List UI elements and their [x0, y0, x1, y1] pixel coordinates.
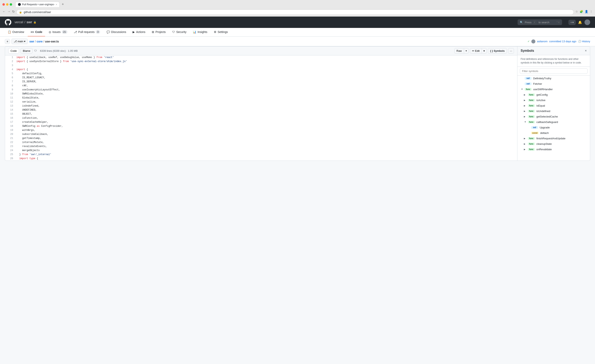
- committer-name[interactable]: asilanom: [537, 40, 547, 43]
- line-number[interactable]: 21: [5, 136, 16, 140]
- edit-dropdown-button[interactable]: ▾: [482, 48, 487, 54]
- nav-item-pull-requests[interactable]: ⎇ Pull requests 3: [71, 28, 103, 36]
- line-number[interactable]: 26: [5, 157, 16, 161]
- symbols-close-button[interactable]: ×: [585, 49, 587, 53]
- line-number[interactable]: 9: [5, 88, 16, 92]
- profile-button[interactable]: 👤: [585, 10, 588, 13]
- nav-item-actions[interactable]: ▶ Actions: [130, 28, 148, 36]
- line-content: rAF,: [16, 84, 517, 88]
- breadcrumb-swr[interactable]: swr: [29, 40, 34, 43]
- code-icon: <>: [30, 30, 34, 34]
- line-number[interactable]: 25: [5, 152, 16, 157]
- user-avatar[interactable]: [584, 19, 590, 25]
- symbol-item[interactable]: ▶funcgetConfig: [517, 92, 590, 98]
- line-number[interactable]: 23: [5, 144, 16, 149]
- symbol-expand-icon: ▼: [521, 88, 523, 91]
- more-options-button[interactable]: ···: [508, 48, 514, 54]
- breadcrumb-core[interactable]: core: [36, 40, 43, 43]
- symbol-expand-icon: ▶: [524, 143, 526, 145]
- more-button[interactable]: ⋮: [590, 10, 593, 13]
- symbol-item[interactable]: intfFetcher: [517, 81, 590, 86]
- line-number[interactable]: 1: [5, 55, 16, 59]
- line-number[interactable]: 3: [5, 64, 16, 68]
- notifications-button[interactable]: 🔔: [578, 21, 582, 24]
- line-number[interactable]: 8: [5, 84, 16, 88]
- line-content: getTimestamp,: [16, 136, 517, 140]
- nav-item-insights[interactable]: 📊 Insights: [190, 28, 210, 36]
- symbol-item[interactable]: ▶funcisActive: [517, 98, 590, 103]
- nav-item-issues[interactable]: ◎ Issues 21: [46, 28, 70, 36]
- code-view-button[interactable]: Code: [8, 48, 19, 54]
- nav-item-discussions[interactable]: 💬 Discussions: [104, 28, 129, 36]
- line-number[interactable]: 5: [5, 71, 16, 76]
- symbol-item[interactable]: ▶funcisEqual: [517, 103, 590, 108]
- nav-item-security[interactable]: 🛡 Security: [169, 28, 189, 36]
- refresh-button[interactable]: ↻: [12, 10, 15, 14]
- new-item-button[interactable]: + ▾: [568, 20, 576, 25]
- history-text: History: [582, 40, 590, 43]
- shield-icon: 🛡: [34, 49, 37, 52]
- org-link[interactable]: vercel: [14, 21, 23, 24]
- search-bar[interactable]: 🔍 Press / to search ⌃K: [517, 19, 562, 25]
- tab-close-btn[interactable]: ×: [56, 3, 57, 6]
- line-number[interactable]: 4: [5, 68, 16, 71]
- line-number[interactable]: 13: [5, 104, 16, 108]
- nav-item-projects[interactable]: ⊞ Projects: [149, 28, 169, 36]
- line-number[interactable]: 11: [5, 96, 16, 100]
- sidebar-toggle-button[interactable]: ≡: [5, 39, 10, 44]
- forward-button[interactable]: →: [7, 10, 11, 13]
- line-number[interactable]: 16: [5, 116, 16, 120]
- back-button[interactable]: ←: [2, 10, 6, 13]
- actions-icon: ▶: [133, 30, 135, 34]
- traffic-light-yellow[interactable]: [6, 3, 8, 6]
- symbol-item[interactable]: ▶funccleanupState: [517, 141, 590, 147]
- edit-button[interactable]: ✏ Edit: [470, 48, 482, 54]
- line-number[interactable]: 17: [5, 120, 16, 124]
- symbol-item[interactable]: ▶funconRevalidate: [517, 147, 590, 152]
- raw-button[interactable]: Raw: [454, 48, 464, 54]
- line-number[interactable]: 18: [5, 124, 16, 128]
- symbol-item[interactable]: ▼funccallbackSafeguard: [517, 119, 590, 125]
- bookmark-button[interactable]: ☆: [575, 10, 578, 13]
- line-number[interactable]: 10: [5, 92, 16, 96]
- nav-item-overview[interactable]: 📋 Overview: [5, 28, 27, 36]
- repo-link[interactable]: swr: [27, 21, 32, 24]
- branch-selector[interactable]: ⎇ main ▾: [12, 39, 28, 44]
- address-bar[interactable]: 🔒 github.com/vercel/swr: [16, 9, 574, 15]
- nav-item-settings[interactable]: ⚙ Settings: [211, 28, 231, 36]
- traffic-light-green[interactable]: [10, 3, 12, 6]
- line-number[interactable]: 6: [5, 76, 16, 80]
- line-number[interactable]: 2: [5, 59, 16, 64]
- symbol-item[interactable]: ▼funcuseSWRHandler: [517, 86, 590, 92]
- line-number[interactable]: 20: [5, 132, 16, 136]
- symbol-name: DefinitelyTruthy: [533, 77, 551, 80]
- address-text: github.com/vercel/swr: [24, 11, 51, 14]
- line-number[interactable]: 12: [5, 100, 16, 104]
- blame-button[interactable]: Blame: [21, 48, 33, 54]
- extensions-button[interactable]: 🧩: [580, 10, 583, 13]
- raw-dropdown-button[interactable]: ▾: [464, 48, 469, 54]
- line-number[interactable]: 19: [5, 128, 16, 132]
- line-number[interactable]: 22: [5, 140, 16, 144]
- new-tab-button[interactable]: +: [60, 2, 65, 7]
- line-number[interactable]: 7: [5, 80, 16, 84]
- symbol-item[interactable]: ▶funcfinishRequestAndUpdate: [517, 136, 590, 141]
- symbol-item[interactable]: constdettach: [517, 130, 590, 136]
- line-number[interactable]: 15: [5, 112, 16, 116]
- symbols-filter-input[interactable]: [520, 68, 588, 74]
- symbol-item[interactable]: ▶funcgetSelectedCache: [517, 114, 590, 119]
- symbol-item[interactable]: ▶funcisUndefined: [517, 108, 590, 114]
- symbol-item[interactable]: intfDefinitelyTruthy: [517, 76, 590, 81]
- breadcrumb-separator: /: [24, 21, 25, 24]
- traffic-light-red[interactable]: [2, 3, 5, 6]
- symbols-button[interactable]: { } Symbols: [488, 48, 507, 54]
- symbols-panel-title: Symbols: [521, 49, 534, 53]
- symbol-item[interactable]: intfUpgrade: [517, 125, 590, 130]
- nav-item-code[interactable]: <> Code: [28, 28, 45, 36]
- line-number[interactable]: 24: [5, 149, 16, 152]
- browser-tab[interactable]: Pull Requests • user-org/repo- ×: [15, 2, 60, 7]
- github-logo: [5, 19, 11, 25]
- history-link[interactable]: 🕐 History: [578, 40, 590, 43]
- commit-time[interactable]: committed 13 days ago: [549, 40, 576, 43]
- line-number[interactable]: 14: [5, 108, 16, 112]
